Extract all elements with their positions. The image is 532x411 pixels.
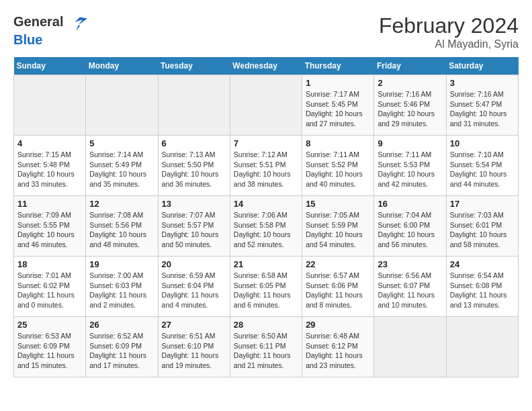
- calendar-week-2: 4Sunrise: 7:15 AM Sunset: 5:48 PM Daylig…: [14, 136, 519, 196]
- calendar-table: SundayMondayTuesdayWednesdayThursdayFrid…: [13, 57, 519, 377]
- day-info: Sunrise: 7:08 AM Sunset: 5:56 PM Dayligh…: [89, 210, 154, 250]
- weekday-header-wednesday: Wednesday: [230, 57, 302, 75]
- day-number: 1: [306, 78, 370, 88]
- day-info: Sunrise: 7:06 AM Sunset: 5:58 PM Dayligh…: [234, 210, 298, 250]
- calendar-cell: 10Sunrise: 7:10 AM Sunset: 5:54 PM Dayli…: [446, 136, 518, 196]
- weekday-header-tuesday: Tuesday: [158, 57, 230, 75]
- day-info: Sunrise: 6:57 AM Sunset: 6:06 PM Dayligh…: [306, 271, 370, 310]
- day-info: Sunrise: 7:17 AM Sunset: 5:45 PM Dayligh…: [306, 89, 370, 129]
- day-number: 12: [89, 199, 154, 209]
- calendar-cell: 15Sunrise: 7:05 AM Sunset: 5:59 PM Dayli…: [302, 196, 374, 257]
- day-number: 6: [162, 138, 226, 148]
- calendar-cell: 1Sunrise: 7:17 AM Sunset: 5:45 PM Daylig…: [302, 75, 374, 136]
- day-info: Sunrise: 6:48 AM Sunset: 6:12 PM Dayligh…: [306, 331, 370, 371]
- day-info: Sunrise: 7:00 AM Sunset: 6:03 PM Dayligh…: [89, 271, 154, 310]
- svg-marker-1: [76, 25, 80, 31]
- weekday-header-thursday: Thursday: [302, 57, 374, 75]
- day-number: 21: [234, 259, 298, 269]
- calendar-cell: [158, 75, 230, 136]
- calendar-cell: 2Sunrise: 7:16 AM Sunset: 5:46 PM Daylig…: [374, 75, 446, 136]
- calendar-cell: 18Sunrise: 7:01 AM Sunset: 6:02 PM Dayli…: [14, 257, 86, 317]
- day-number: 9: [378, 138, 442, 148]
- day-number: 19: [89, 259, 154, 269]
- day-info: Sunrise: 7:15 AM Sunset: 5:48 PM Dayligh…: [17, 150, 82, 189]
- calendar-cell: 17Sunrise: 7:03 AM Sunset: 6:01 PM Dayli…: [446, 196, 518, 257]
- day-number: 26: [89, 320, 154, 330]
- calendar-cell: [230, 75, 302, 136]
- calendar-cell: 3Sunrise: 7:16 AM Sunset: 5:47 PM Daylig…: [446, 75, 518, 136]
- day-number: 24: [450, 259, 515, 269]
- calendar-cell: [446, 317, 518, 377]
- calendar-cell: 11Sunrise: 7:09 AM Sunset: 5:55 PM Dayli…: [14, 196, 86, 257]
- calendar-cell: [86, 75, 158, 136]
- calendar-cell: 19Sunrise: 7:00 AM Sunset: 6:03 PM Dayli…: [86, 257, 158, 317]
- calendar-cell: 24Sunrise: 6:54 AM Sunset: 6:08 PM Dayli…: [446, 257, 518, 317]
- location-subtitle: Al Mayadin, Syria: [379, 38, 519, 50]
- weekday-header-row: SundayMondayTuesdayWednesdayThursdayFrid…: [14, 57, 519, 75]
- calendar-cell: 22Sunrise: 6:57 AM Sunset: 6:06 PM Dayli…: [302, 257, 374, 317]
- day-info: Sunrise: 7:16 AM Sunset: 5:46 PM Dayligh…: [378, 89, 442, 129]
- calendar-cell: 26Sunrise: 6:52 AM Sunset: 6:09 PM Dayli…: [86, 317, 158, 377]
- day-number: 10: [450, 138, 515, 148]
- day-number: 11: [17, 199, 82, 209]
- calendar-cell: 16Sunrise: 7:04 AM Sunset: 6:00 PM Dayli…: [374, 196, 446, 257]
- title-block: February 2024 Al Mayadin, Syria: [379, 13, 519, 50]
- day-info: Sunrise: 7:14 AM Sunset: 5:49 PM Dayligh…: [89, 150, 154, 189]
- day-info: Sunrise: 6:53 AM Sunset: 6:09 PM Dayligh…: [17, 331, 82, 371]
- main-title: February 2024: [379, 13, 519, 38]
- day-number: 16: [378, 199, 442, 209]
- day-number: 20: [162, 259, 226, 269]
- weekday-header-saturday: Saturday: [446, 57, 518, 75]
- calendar-cell: 7Sunrise: 7:12 AM Sunset: 5:51 PM Daylig…: [230, 136, 302, 196]
- day-number: 2: [378, 78, 442, 88]
- calendar-cell: 5Sunrise: 7:14 AM Sunset: 5:49 PM Daylig…: [86, 136, 158, 196]
- calendar-cell: 6Sunrise: 7:13 AM Sunset: 5:50 PM Daylig…: [158, 136, 230, 196]
- day-number: 17: [450, 199, 515, 209]
- calendar-cell: 13Sunrise: 7:07 AM Sunset: 5:57 PM Dayli…: [158, 196, 230, 257]
- day-number: 14: [234, 199, 298, 209]
- day-number: 13: [162, 199, 226, 209]
- day-number: 8: [306, 138, 370, 148]
- calendar-cell: 4Sunrise: 7:15 AM Sunset: 5:48 PM Daylig…: [14, 136, 86, 196]
- logo-text: General Blue: [13, 13, 90, 47]
- calendar-cell: 25Sunrise: 6:53 AM Sunset: 6:09 PM Dayli…: [14, 317, 86, 377]
- logo-bird-icon: [70, 13, 89, 32]
- weekday-header-monday: Monday: [86, 57, 158, 75]
- weekday-header-friday: Friday: [374, 57, 446, 75]
- calendar-cell: 8Sunrise: 7:11 AM Sunset: 5:52 PM Daylig…: [302, 136, 374, 196]
- calendar-cell: 27Sunrise: 6:51 AM Sunset: 6:10 PM Dayli…: [158, 317, 230, 377]
- day-number: 27: [162, 320, 226, 330]
- calendar-cell: 21Sunrise: 6:58 AM Sunset: 6:05 PM Dayli…: [230, 257, 302, 317]
- day-info: Sunrise: 6:54 AM Sunset: 6:08 PM Dayligh…: [450, 271, 515, 310]
- day-info: Sunrise: 6:56 AM Sunset: 6:07 PM Dayligh…: [378, 271, 442, 310]
- day-number: 4: [17, 138, 82, 148]
- day-info: Sunrise: 6:58 AM Sunset: 6:05 PM Dayligh…: [234, 271, 298, 310]
- calendar-cell: 20Sunrise: 6:59 AM Sunset: 6:04 PM Dayli…: [158, 257, 230, 317]
- day-info: Sunrise: 7:09 AM Sunset: 5:55 PM Dayligh…: [17, 210, 82, 250]
- day-number: 29: [306, 320, 370, 330]
- calendar-cell: 28Sunrise: 6:50 AM Sunset: 6:11 PM Dayli…: [230, 317, 302, 377]
- svg-marker-0: [75, 17, 88, 25]
- day-info: Sunrise: 7:01 AM Sunset: 6:02 PM Dayligh…: [17, 271, 82, 310]
- day-number: 25: [17, 320, 82, 330]
- day-number: 3: [450, 78, 515, 88]
- calendar-cell: 29Sunrise: 6:48 AM Sunset: 6:12 PM Dayli…: [302, 317, 374, 377]
- day-info: Sunrise: 7:04 AM Sunset: 6:00 PM Dayligh…: [378, 210, 442, 250]
- logo: General Blue: [13, 13, 90, 47]
- page-header: General Blue February 2024 Al Mayadin, S…: [13, 13, 519, 50]
- day-info: Sunrise: 7:11 AM Sunset: 5:53 PM Dayligh…: [378, 150, 442, 189]
- calendar-cell: [14, 75, 86, 136]
- day-number: 7: [234, 138, 298, 148]
- calendar-cell: [374, 317, 446, 377]
- day-info: Sunrise: 7:16 AM Sunset: 5:47 PM Dayligh…: [450, 89, 515, 129]
- day-info: Sunrise: 7:11 AM Sunset: 5:52 PM Dayligh…: [306, 150, 370, 189]
- calendar-cell: 14Sunrise: 7:06 AM Sunset: 5:58 PM Dayli…: [230, 196, 302, 257]
- calendar-week-3: 11Sunrise: 7:09 AM Sunset: 5:55 PM Dayli…: [14, 196, 519, 257]
- day-info: Sunrise: 6:50 AM Sunset: 6:11 PM Dayligh…: [234, 331, 298, 371]
- day-number: 28: [234, 320, 298, 330]
- day-info: Sunrise: 6:51 AM Sunset: 6:10 PM Dayligh…: [162, 331, 226, 371]
- calendar-cell: 9Sunrise: 7:11 AM Sunset: 5:53 PM Daylig…: [374, 136, 446, 196]
- calendar-week-1: 1Sunrise: 7:17 AM Sunset: 5:45 PM Daylig…: [14, 75, 519, 136]
- calendar-cell: 12Sunrise: 7:08 AM Sunset: 5:56 PM Dayli…: [86, 196, 158, 257]
- day-info: Sunrise: 7:12 AM Sunset: 5:51 PM Dayligh…: [234, 150, 298, 189]
